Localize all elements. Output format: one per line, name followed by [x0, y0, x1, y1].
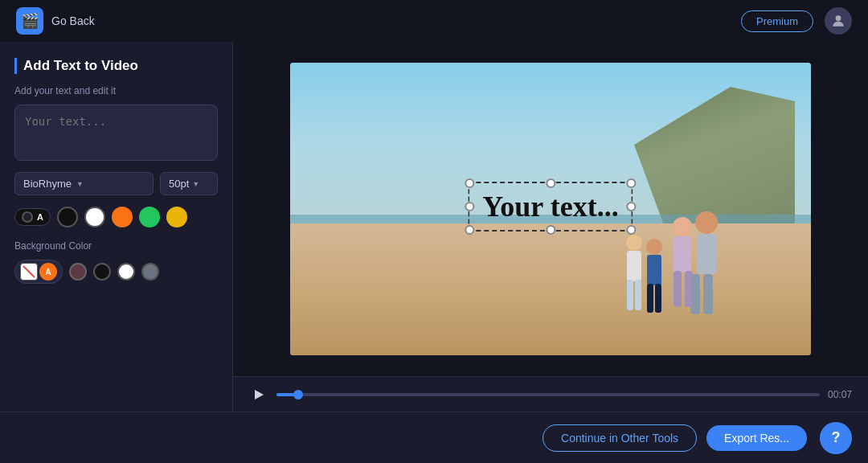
header-left: 🎬 Go Back [16, 7, 95, 35]
bg-color-label: Background Color [14, 240, 218, 252]
text-color-toggle[interactable]: A [14, 208, 51, 226]
color-swatch-orange[interactable] [112, 207, 133, 227]
bottom-bar: Continue in Other Tools Export Res... ? [0, 412, 868, 463]
color-swatch-white[interactable] [84, 207, 105, 227]
bg-color-row: A [14, 260, 218, 284]
svg-rect-16 [635, 280, 641, 310]
svg-rect-2 [697, 234, 716, 274]
svg-rect-8 [685, 271, 693, 307]
handle-middle-right[interactable] [627, 202, 637, 211]
font-size-select[interactable]: 50pt ▼ [160, 172, 218, 195]
chevron-down-icon: ▼ [192, 180, 199, 188]
svg-rect-11 [647, 284, 653, 313]
font-controls-row: BioRhyme ▼ 50pt ▼ [14, 172, 218, 195]
help-button[interactable]: ? [820, 422, 852, 454]
app-logo-icon: 🎬 [16, 7, 43, 35]
font-family-select[interactable]: BioRhyme ▼ [14, 172, 154, 195]
chevron-down-icon: ▼ [76, 180, 84, 188]
text-input[interactable] [14, 104, 218, 161]
svg-rect-14 [627, 251, 641, 281]
export-button[interactable]: Export Res... [706, 425, 807, 451]
play-button[interactable] [249, 385, 268, 404]
svg-rect-6 [674, 236, 691, 272]
video-controls: 00:07 [233, 376, 868, 412]
app-header: 🎬 Go Back Premium [0, 0, 868, 42]
premium-button[interactable]: Premium [741, 10, 813, 32]
svg-rect-4 [703, 274, 713, 314]
color-swatch-green[interactable] [139, 207, 160, 227]
svg-rect-10 [647, 255, 661, 285]
handle-bottom-center[interactable] [546, 225, 555, 235]
user-avatar[interactable] [825, 7, 852, 35]
video-text-overlay[interactable]: Your text... [468, 182, 633, 232]
go-back-link[interactable]: Go Back [51, 14, 95, 27]
bg-swatch-a: A [39, 263, 57, 281]
overlay-text: Your text... [482, 191, 618, 223]
sidebar: Add Text to Video Add your text and edit… [0, 42, 233, 412]
svg-point-1 [695, 211, 718, 234]
header-right: Premium [741, 7, 852, 35]
svg-point-13 [626, 235, 642, 251]
bg-color-toggle[interactable]: A [14, 260, 63, 284]
color-swatch-black[interactable] [57, 207, 78, 227]
text-color-row: A [14, 207, 218, 227]
svg-point-9 [646, 239, 662, 255]
toggle-dot [22, 211, 33, 223]
svg-rect-15 [627, 280, 633, 310]
handle-top-center[interactable] [546, 178, 555, 188]
handle-top-left[interactable] [465, 178, 474, 188]
handle-bottom-left[interactable] [465, 225, 474, 235]
video-area: Your text... [233, 42, 868, 412]
bg-swatch-gray[interactable] [141, 263, 159, 281]
bg-swatch-transparent[interactable] [69, 263, 87, 281]
color-swatch-yellow[interactable] [166, 207, 187, 227]
main-layout: Add Text to Video Add your text and edit… [0, 42, 868, 412]
progress-bar[interactable] [276, 393, 820, 396]
video-container: Your text... [233, 42, 868, 376]
svg-point-5 [673, 217, 692, 236]
svg-rect-7 [674, 271, 682, 307]
svg-point-0 [836, 15, 841, 21]
bg-swatch-black[interactable] [93, 263, 111, 281]
sidebar-title: Add Text to Video [14, 58, 218, 74]
svg-marker-17 [255, 390, 264, 399]
time-display: 00:07 [828, 389, 852, 400]
handle-middle-left[interactable] [465, 202, 474, 211]
progress-thumb[interactable] [293, 390, 303, 399]
svg-rect-12 [655, 284, 661, 313]
video-frame: Your text... [290, 63, 811, 355]
continue-button[interactable]: Continue in Other Tools [542, 424, 697, 452]
sidebar-subtitle: Add your text and edit it [14, 85, 218, 96]
no-color-swatch [20, 263, 38, 281]
bg-swatch-white[interactable] [117, 263, 135, 281]
